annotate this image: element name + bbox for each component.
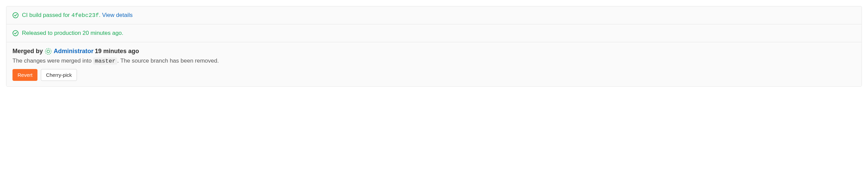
ci-status-prefix: CI build passed for xyxy=(22,12,71,18)
commit-sha: 4febc23f xyxy=(71,12,99,19)
merged-description: The changes were merged into master. The… xyxy=(12,58,856,64)
merged-user-link[interactable]: Administrator xyxy=(54,48,93,55)
release-status-row: Released to production 20 minutes ago. xyxy=(6,24,862,42)
merged-time: 19 minutes ago xyxy=(95,48,139,55)
revert-button[interactable]: Revert xyxy=(12,69,37,81)
merged-section: Merged by Administrator 19 minutes ago T… xyxy=(6,42,862,86)
avatar-icon xyxy=(45,48,52,55)
target-branch: master xyxy=(93,58,117,65)
svg-point-2 xyxy=(45,48,51,54)
merge-request-widget: CI build passed for 4febc23f. View detai… xyxy=(6,6,862,87)
merged-desc-suffix: . The source branch has been removed. xyxy=(117,58,219,64)
merged-by-label: Merged by xyxy=(12,48,43,55)
svg-point-3 xyxy=(47,50,50,53)
success-check-icon xyxy=(12,30,19,36)
ci-status-row: CI build passed for 4febc23f. View detai… xyxy=(6,6,862,24)
ci-status-separator: . xyxy=(99,12,102,18)
cherry-pick-button[interactable]: Cherry-pick xyxy=(41,69,77,81)
release-status-text: Released to production 20 minutes ago. xyxy=(22,30,124,37)
merged-desc-prefix: The changes were merged into xyxy=(12,58,93,64)
view-details-link[interactable]: View details xyxy=(102,12,133,18)
merged-header: Merged by Administrator 19 minutes ago xyxy=(12,48,856,55)
success-check-icon xyxy=(12,12,19,18)
action-buttons: Revert Cherry-pick xyxy=(12,69,856,81)
ci-status-text: CI build passed for 4febc23f. View detai… xyxy=(22,12,133,19)
